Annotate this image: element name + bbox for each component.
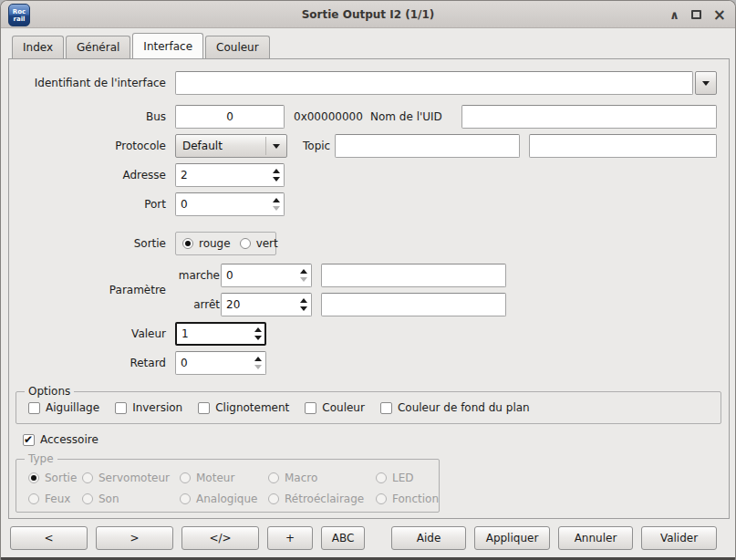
spin-down-icon[interactable] [254, 365, 262, 369]
help-button[interactable]: Aide [391, 526, 466, 550]
spin-up-icon[interactable] [254, 357, 262, 361]
checkbox-accessoire[interactable]: Accessoire [23, 433, 98, 446]
radio-vert[interactable]: vert [240, 237, 278, 250]
checkbox-icon[interactable] [305, 402, 316, 414]
radio-icon [376, 472, 387, 483]
protocole-select[interactable]: Default [175, 134, 287, 158]
checkbox-icon[interactable] [380, 402, 392, 414]
arret-spinner[interactable] [221, 293, 312, 316]
add-button[interactable]: + [267, 526, 313, 550]
radio-type-son: Son [82, 493, 180, 505]
tab-interface[interactable]: Interface [132, 33, 203, 58]
protocole-label: Protocole [9, 134, 166, 158]
port-input[interactable] [175, 192, 285, 216]
close-icon[interactable]: × [713, 8, 726, 22]
options-group-label: Options [25, 385, 74, 399]
next-button[interactable]: > [96, 526, 173, 550]
arret-label: arrêt [175, 293, 220, 316]
chevron-down-icon [273, 144, 280, 149]
bus-input[interactable] [175, 105, 285, 129]
radio-selected-icon [28, 472, 39, 483]
radio-selected-icon[interactable] [182, 238, 193, 249]
spin-down-icon[interactable] [300, 277, 307, 282]
marche-label: marche [175, 264, 220, 287]
adresse-input[interactable] [175, 163, 285, 187]
abc-button[interactable]: ABC [321, 526, 365, 550]
radio-type-fonction: Fonction [376, 493, 439, 505]
shade-icon[interactable]: ∧ [669, 9, 679, 21]
checkbox-checked-icon[interactable] [23, 434, 35, 446]
interface-id-label: Identifiant de l'interface [9, 71, 166, 95]
checkbox-couleur[interactable]: Couleur [305, 401, 365, 414]
xml-button[interactable]: </> [181, 526, 259, 550]
marche-input[interactable] [221, 264, 312, 287]
tab-couleur[interactable]: Couleur [205, 36, 270, 58]
radio-type-feux-label: Feux [45, 493, 70, 505]
retard-spinner[interactable] [175, 351, 266, 375]
radio-icon [82, 493, 93, 504]
sortie-label: Sortie [9, 232, 166, 255]
spin-down-icon[interactable] [300, 306, 307, 311]
interface-id-dropdown-button[interactable] [695, 71, 717, 95]
topic-input-1[interactable] [335, 134, 520, 158]
maximize-icon[interactable] [691, 10, 701, 19]
checkbox-couleur-fond[interactable]: Couleur de fond du plan [380, 401, 530, 414]
spin-up-icon[interactable] [273, 198, 280, 202]
spinner-arrows[interactable] [273, 192, 280, 216]
spinner-arrows[interactable] [300, 293, 307, 316]
ok-button[interactable]: Valider [641, 526, 717, 550]
spinner-arrows[interactable] [254, 351, 262, 375]
sortie-radio-group: rouge vert [175, 232, 276, 255]
spin-down-icon[interactable] [273, 206, 280, 211]
cancel-button[interactable]: Annuler [558, 526, 633, 550]
port-spinner[interactable] [175, 192, 285, 216]
checkbox-accessoire-label: Accessoire [40, 433, 98, 446]
radio-type-led-label: LED [392, 472, 414, 484]
topic-input-2[interactable] [529, 134, 717, 158]
retard-label: Retard [9, 351, 166, 375]
valeur-input[interactable] [175, 322, 266, 346]
interface-id-input[interactable] [175, 71, 693, 95]
tab-index[interactable]: Index [12, 36, 64, 58]
valeur-spinner[interactable] [175, 322, 266, 346]
apply-button[interactable]: Appliquer [474, 526, 550, 550]
spinner-arrows[interactable] [273, 163, 280, 187]
radio-rouge[interactable]: rouge [182, 237, 231, 250]
checkbox-aiguillage[interactable]: Aiguillage [28, 401, 99, 414]
checkbox-icon[interactable] [28, 402, 40, 414]
port-label: Port [9, 192, 166, 216]
radio-type-fonction-label: Fonction [392, 493, 439, 505]
radio-type-macro-label: Macro [285, 472, 317, 484]
radio-icon [82, 472, 93, 483]
radio-icon[interactable] [240, 238, 251, 249]
title-bar[interactable]: Roc rail Sortie Output I2 (1/1) ∧ × [1, 1, 735, 28]
options-row: Aiguillage Inversion Clignotement Couleu… [28, 401, 530, 414]
spin-up-icon[interactable] [300, 298, 307, 303]
prev-button[interactable]: < [10, 526, 88, 550]
spin-up-icon[interactable] [254, 327, 262, 332]
checkbox-icon[interactable] [115, 402, 127, 414]
bus-hex-value: 0x00000000 [294, 105, 363, 129]
window-title: Sortie Output I2 (1/1) [1, 1, 735, 28]
combo-separator [265, 137, 266, 155]
checkbox-icon[interactable] [198, 402, 210, 414]
spin-up-icon[interactable] [273, 169, 280, 173]
spin-down-icon[interactable] [273, 177, 280, 181]
spinner-arrows[interactable] [300, 264, 307, 287]
uid-name-input[interactable] [461, 105, 717, 129]
marche-spinner[interactable] [221, 264, 312, 287]
tab-general[interactable]: Général [66, 36, 130, 58]
arret-text-input[interactable] [321, 293, 506, 316]
marche-text-input[interactable] [321, 264, 506, 287]
spin-up-icon[interactable] [300, 269, 307, 274]
spin-down-icon[interactable] [254, 336, 262, 340]
retard-input[interactable] [175, 351, 266, 375]
spinner-arrows[interactable] [254, 322, 262, 346]
arret-input[interactable] [221, 293, 312, 316]
radio-type-moteur-label: Moteur [196, 472, 234, 484]
radio-icon [268, 493, 279, 504]
checkbox-clignotement[interactable]: Clignotement [198, 401, 289, 414]
checkbox-inversion[interactable]: Inversion [115, 401, 182, 414]
adresse-spinner[interactable] [175, 163, 285, 187]
radio-icon [28, 493, 39, 504]
